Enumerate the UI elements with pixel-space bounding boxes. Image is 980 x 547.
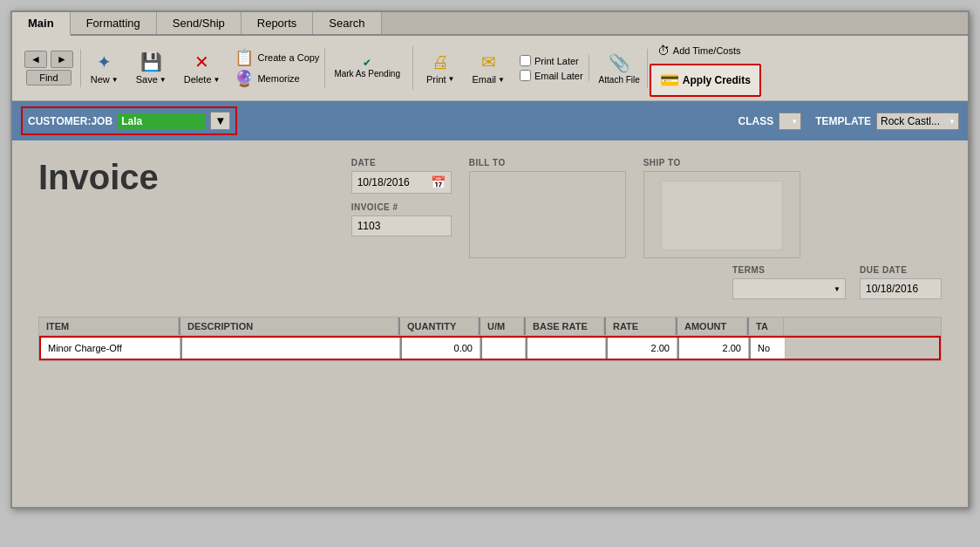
back-arrow-button[interactable]: ◄ (24, 51, 47, 68)
check-group: Print Later Email Later (514, 55, 589, 81)
date-invoice-group: DATE 📅 INVOICE # (351, 158, 452, 258)
new-icon: ✦ (97, 51, 112, 72)
template-select[interactable]: Rock Castl... (876, 113, 959, 130)
customer-job-input[interactable] (118, 113, 205, 129)
cell-item[interactable]: Minor Charge-Off (41, 338, 180, 359)
email-later-check[interactable]: Email Later (520, 70, 583, 81)
cell-ta[interactable]: No (751, 338, 786, 359)
add-time-icon: ⏱ (657, 44, 670, 58)
table-header: ITEM DESCRIPTION QUANTITY U/M BASE RATE … (39, 318, 941, 336)
tab-reports[interactable]: Reports (242, 12, 314, 34)
tab-main[interactable]: Main (12, 12, 71, 36)
tab-sendship[interactable]: Send/Ship (157, 12, 242, 34)
date-label: DATE (351, 158, 452, 168)
invoice-title: Invoice (38, 158, 334, 197)
col-header-description: DESCRIPTION (180, 318, 398, 335)
print-icon: 🖨 (432, 52, 449, 72)
print-button[interactable]: 🖨 Print ▼ (419, 48, 463, 89)
create-copy-button[interactable]: 📋 Create a Copy (235, 48, 319, 67)
class-select[interactable] (779, 113, 801, 130)
save-button[interactable]: 💾 Save ▼ (128, 47, 174, 89)
mark-pending-button[interactable]: ✔ Mark As Pending (327, 53, 407, 83)
ship-to-label: SHIP TO (643, 158, 800, 168)
create-memorize-group: 📋 Create a Copy 🔮 Memorize (229, 48, 325, 88)
toolbar: ◄ ► Find ✦ New ▼ 💾 Save ▼ ✕ Delete (12, 36, 968, 101)
terms-label: TERMS (732, 265, 846, 275)
class-label: CLASS (738, 115, 774, 127)
terms-select[interactable] (732, 278, 846, 299)
date-input[interactable] (357, 176, 427, 188)
col-header-amount: AMOUNT (677, 318, 747, 335)
due-date-label: DUE DATE (860, 265, 942, 275)
customer-job-label: CUSTOMER:JOB (28, 115, 112, 127)
date-input-wrap: 📅 (351, 171, 452, 194)
tab-search[interactable]: Search (313, 12, 381, 34)
new-button[interactable]: ✦ New ▼ (83, 47, 126, 89)
forward-arrow-button[interactable]: ► (51, 51, 73, 68)
customer-bar: CUSTOMER:JOB ▼ CLASS TEMPLATE Rock Castl… (12, 101, 968, 140)
tab-formatting[interactable]: Formatting (71, 12, 157, 34)
cell-quantity[interactable]: 0.00 (402, 338, 480, 359)
terms-select-wrap (732, 278, 846, 299)
invoice-num-field-group: INVOICE # (351, 202, 452, 236)
customer-job-field: CUSTOMER:JOB ▼ (21, 106, 237, 135)
find-group: ◄ ► Find (17, 49, 81, 87)
divider-1 (412, 46, 413, 90)
line-items-table: ITEM DESCRIPTION QUANTITY U/M BASE RATE … (38, 317, 942, 361)
tab-bar: Main Formatting Send/Ship Reports Search (12, 12, 968, 36)
mark-pending-icon: ✔ (363, 57, 371, 69)
class-select-wrap (779, 113, 801, 130)
col-header-quantity: QUANTITY (400, 318, 479, 335)
content-area: Invoice DATE 📅 INVOICE # (12, 140, 968, 507)
email-icon: ✉ (481, 51, 496, 72)
cell-description[interactable] (182, 338, 400, 359)
cell-amount[interactable]: 2.00 (679, 338, 749, 359)
add-time-costs-button[interactable]: ⏱ Add Time/Costs (650, 39, 761, 62)
invoice-num-input[interactable] (357, 220, 427, 232)
memorize-button[interactable]: 🔮 Memorize (235, 69, 319, 88)
class-field: CLASS (738, 113, 802, 130)
ship-to-group: SHIP TO (643, 158, 800, 258)
form-section: Invoice DATE 📅 INVOICE # (38, 158, 942, 258)
customer-job-dropdown[interactable]: ▼ (210, 112, 230, 130)
print-later-check[interactable]: Print Later (520, 55, 583, 66)
email-later-checkbox[interactable] (520, 70, 531, 81)
col-header-ta: TA (749, 318, 784, 335)
cell-um[interactable] (482, 338, 526, 359)
template-select-wrap: Rock Castl... (876, 113, 959, 130)
terms-group: TERMS (732, 265, 846, 299)
attach-icon: 📎 (609, 52, 630, 73)
terms-due-row: TERMS DUE DATE (38, 265, 942, 299)
col-header-base-rate: BASE RATE (526, 318, 604, 335)
calendar-icon[interactable]: 📅 (431, 175, 446, 189)
date-field-group: DATE 📅 (351, 158, 452, 194)
bill-to-label: BILL TO (469, 158, 626, 168)
print-later-checkbox[interactable] (520, 55, 531, 66)
attach-file-button[interactable]: 📎 Attach File (591, 48, 648, 89)
delete-button[interactable]: ✕ Delete ▼ (176, 47, 228, 89)
bill-to-box[interactable] (469, 171, 626, 258)
bill-to-group: BILL TO (469, 158, 626, 258)
right-section: DATE 📅 INVOICE # BILL TO (351, 158, 942, 258)
main-window: Main Formatting Send/Ship Reports Search… (10, 10, 970, 509)
col-header-um: U/M (480, 318, 524, 335)
due-date-input-wrap (860, 278, 942, 299)
invoice-num-input-wrap (351, 215, 452, 236)
email-button[interactable]: ✉ Email ▼ (465, 47, 513, 89)
cell-base-rate[interactable] (527, 338, 606, 359)
due-date-input[interactable] (866, 283, 936, 295)
table-row: Minor Charge-Off 0.00 2.00 2.00 No (39, 336, 941, 360)
template-label: TEMPLATE (815, 115, 871, 127)
delete-icon: ✕ (194, 51, 209, 72)
cell-rate[interactable]: 2.00 (608, 338, 677, 359)
col-header-rate: RATE (606, 318, 676, 335)
invoice-num-label: INVOICE # (351, 202, 452, 212)
apply-credits-icon: 💳 (660, 71, 679, 90)
ship-to-inner (661, 181, 783, 250)
col-header-item: ITEM (39, 318, 179, 335)
find-arrows: ◄ ► (24, 51, 73, 68)
right-actions-group: ⏱ Add Time/Costs 💳 Apply Credits (650, 39, 761, 97)
apply-credits-button[interactable]: 💳 Apply Credits (650, 64, 761, 97)
ship-to-box[interactable] (643, 171, 800, 258)
find-button[interactable]: Find (26, 70, 71, 85)
